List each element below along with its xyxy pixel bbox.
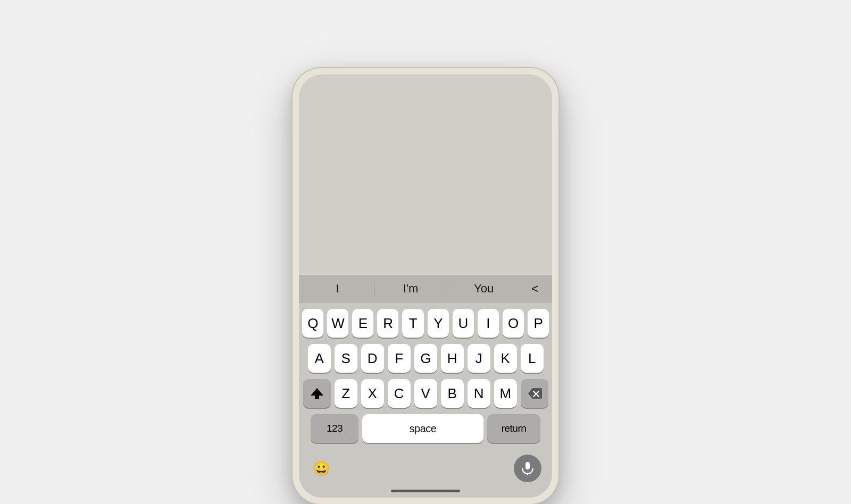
key-l[interactable]: L (521, 344, 544, 373)
key-h[interactable]: H (441, 344, 464, 373)
key-b[interactable]: B (441, 379, 464, 408)
key-row-3: Z X C V B N M (302, 379, 549, 408)
key-t[interactable]: T (402, 309, 423, 338)
key-z[interactable]: Z (335, 379, 357, 408)
key-q[interactable]: Q (302, 309, 323, 338)
phone-frame: I I'm You < Q W E R T Y U I (293, 68, 558, 504)
key-m[interactable]: M (494, 379, 517, 408)
home-bar (391, 490, 460, 492)
key-d[interactable]: D (361, 344, 384, 373)
key-w[interactable]: W (327, 309, 348, 338)
key-e[interactable]: E (352, 309, 373, 338)
keyboard-container: I I'm You < Q W E R T Y U I (299, 275, 552, 498)
key-j[interactable]: J (468, 344, 490, 373)
key-a[interactable]: A (308, 344, 331, 373)
accessory-row: 😀 (299, 449, 552, 490)
home-indicator (299, 490, 552, 498)
return-key[interactable]: return (487, 414, 540, 443)
key-s[interactable]: S (335, 344, 357, 373)
key-p[interactable]: P (528, 309, 549, 338)
key-n[interactable]: N (468, 379, 490, 408)
keys-area: Q W E R T Y U I O P A S D F G (299, 303, 552, 449)
shift-key[interactable] (303, 379, 331, 408)
delete-key[interactable] (521, 379, 548, 408)
key-k[interactable]: K (494, 344, 517, 373)
predictive-back-button[interactable]: < (520, 281, 550, 296)
shift-icon (311, 388, 323, 399)
emoji-icon: 😀 (313, 460, 330, 477)
mic-button[interactable] (514, 455, 541, 482)
key-row-1: Q W E R T Y U I O P (302, 309, 549, 338)
key-g[interactable]: G (414, 344, 437, 373)
key-row-2: A S D F G H J K L (302, 344, 549, 373)
phone-screen: I I'm You < Q W E R T Y U I (299, 74, 552, 498)
predictive-suggestion-i[interactable]: I (301, 275, 374, 302)
bottom-row: 123 space return (302, 414, 549, 443)
key-c[interactable]: C (388, 379, 411, 408)
shift-arrow (311, 388, 323, 396)
key-x[interactable]: X (361, 379, 384, 408)
space-key[interactable]: space (362, 414, 483, 443)
numbers-key[interactable]: 123 (311, 414, 358, 443)
predictive-bar: I I'm You < (299, 275, 552, 303)
mic-icon (522, 461, 533, 475)
key-v[interactable]: V (414, 379, 437, 408)
key-r[interactable]: R (377, 309, 398, 338)
predictive-suggestion-you[interactable]: You (447, 275, 520, 302)
predictive-suggestion-im[interactable]: I'm (374, 275, 447, 302)
shift-stem (315, 396, 319, 399)
key-y[interactable]: Y (428, 309, 449, 338)
key-i[interactable]: I (478, 309, 499, 338)
key-o[interactable]: O (503, 309, 524, 338)
emoji-button[interactable]: 😀 (310, 457, 333, 480)
svg-rect-0 (525, 462, 530, 469)
key-u[interactable]: U (453, 309, 474, 338)
key-f[interactable]: F (388, 344, 411, 373)
delete-icon (527, 388, 542, 399)
